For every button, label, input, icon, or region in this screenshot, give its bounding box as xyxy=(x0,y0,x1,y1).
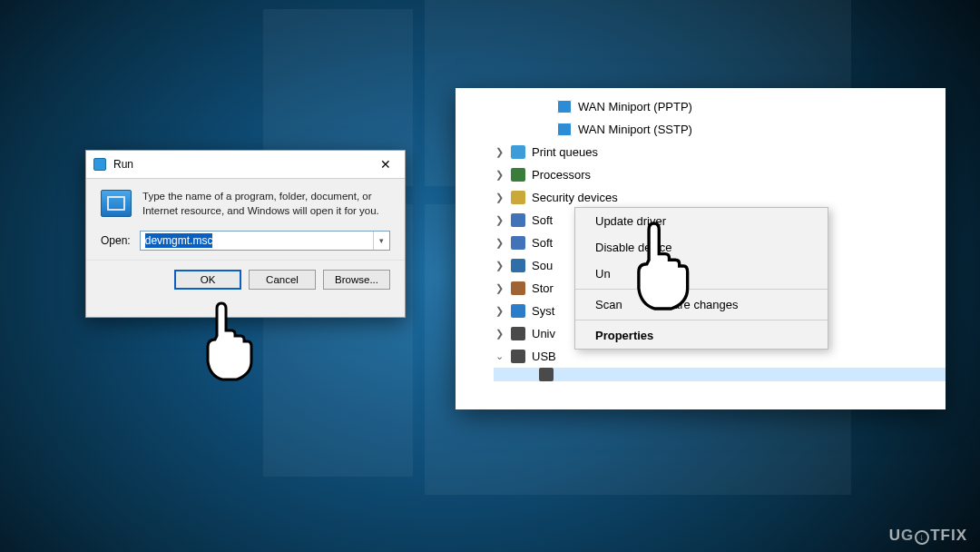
run-hero-icon xyxy=(101,190,132,217)
run-title: Run xyxy=(113,158,374,171)
tree-child-selected[interactable] xyxy=(494,368,946,381)
run-app-icon xyxy=(93,158,106,171)
usb-icon xyxy=(511,327,525,340)
expand-icon[interactable]: ❯ xyxy=(494,254,505,277)
browse-button[interactable]: Browse... xyxy=(323,270,390,290)
expand-icon[interactable]: ❯ xyxy=(494,141,505,163)
expand-icon[interactable]: ❯ xyxy=(494,186,505,209)
monitor-icon xyxy=(557,123,572,136)
key-icon xyxy=(511,191,525,204)
expand-icon[interactable]: ❯ xyxy=(494,209,505,232)
close-icon[interactable]: ✕ xyxy=(374,156,397,172)
run-dialog: Run ✕ Type the name of a program, folder… xyxy=(85,150,406,318)
expand-icon[interactable]: ❯ xyxy=(494,300,505,322)
watermark: UG↓TFIX xyxy=(889,527,967,545)
tree-child[interactable]: WAN Miniport (PPTP) xyxy=(494,95,946,118)
open-label: Open: xyxy=(101,234,131,247)
menu-separator xyxy=(575,320,828,320)
expand-icon[interactable]: ❯ xyxy=(494,277,505,300)
usb-device-icon xyxy=(539,368,554,381)
run-titlebar[interactable]: Run ✕ xyxy=(86,151,405,179)
system-icon xyxy=(511,304,525,318)
cancel-button[interactable]: Cancel xyxy=(249,270,316,290)
tree-node[interactable]: ❯Print queues xyxy=(494,141,946,163)
tree-node[interactable]: ❯Processors xyxy=(494,163,946,186)
open-input[interactable]: devmgmt.msc xyxy=(140,231,390,251)
collapse-icon[interactable]: ⌄ xyxy=(494,345,505,368)
app-icon xyxy=(511,213,525,227)
chevron-down-icon[interactable]: ▾ xyxy=(373,232,389,250)
expand-icon[interactable]: ❯ xyxy=(494,232,505,254)
app-icon xyxy=(511,236,525,250)
sound-icon xyxy=(511,259,525,272)
tree-child[interactable]: WAN Miniport (SSTP) xyxy=(494,118,946,141)
printer-icon xyxy=(511,145,525,159)
menu-separator xyxy=(575,289,828,290)
context-menu: Update driver Disable device Un ce Scan … xyxy=(574,207,828,350)
expand-icon[interactable]: ❯ xyxy=(494,322,505,345)
ctx-scan-hardware[interactable]: Scan dware changes xyxy=(575,291,828,318)
ctx-disable-device[interactable]: Disable device xyxy=(575,234,828,261)
ok-button[interactable]: OK xyxy=(174,270,241,290)
run-description: Type the name of a program, folder, docu… xyxy=(142,190,390,218)
ctx-update-driver[interactable]: Update driver xyxy=(575,208,828,234)
ctx-properties[interactable]: Properties xyxy=(575,322,828,349)
expand-icon[interactable]: ❯ xyxy=(494,163,505,186)
cpu-icon xyxy=(511,168,525,182)
monitor-icon xyxy=(557,100,572,113)
ctx-uninstall-device[interactable]: Un ce xyxy=(575,261,828,287)
disk-icon xyxy=(511,281,525,295)
usb-icon xyxy=(511,350,525,363)
tree-node[interactable]: ❯Security devices xyxy=(494,186,946,209)
